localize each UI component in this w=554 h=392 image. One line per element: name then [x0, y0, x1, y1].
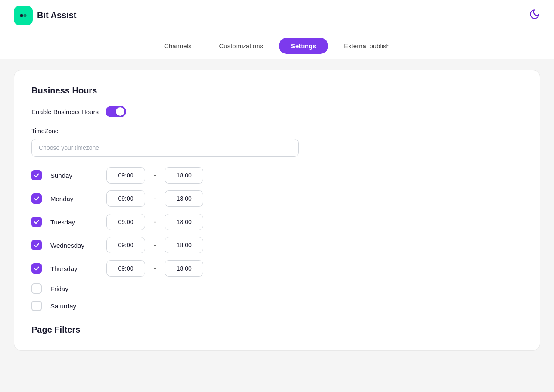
monday-separator: -	[154, 195, 156, 202]
business-hours-title: Business Hours	[31, 86, 523, 96]
checkbox-saturday[interactable]	[31, 301, 42, 311]
toggle-track	[106, 106, 126, 117]
header: Bit Assist	[0, 0, 554, 31]
day-name-sunday: Sunday	[50, 172, 98, 179]
settings-card: Business Hours Enable Business Hours Tim…	[14, 70, 540, 351]
day-row-sunday: Sunday -	[31, 167, 523, 184]
checkbox-friday[interactable]	[31, 283, 42, 294]
app-name: Bit Assist	[37, 10, 77, 20]
day-name-monday: Monday	[50, 195, 98, 202]
monday-end-time[interactable]	[165, 190, 203, 207]
sunday-end-time[interactable]	[165, 167, 203, 184]
monday-start-time[interactable]	[106, 190, 145, 207]
dark-mode-icon[interactable]	[529, 9, 540, 22]
day-name-tuesday: Tuesday	[50, 218, 98, 226]
checkbox-tuesday[interactable]	[31, 217, 42, 227]
day-row-saturday: Saturday	[31, 301, 523, 311]
timezone-input[interactable]	[31, 139, 299, 157]
svg-point-0	[20, 14, 23, 17]
enable-business-hours-label: Enable Business Hours	[31, 108, 99, 115]
wednesday-separator: -	[154, 241, 156, 249]
wednesday-start-time[interactable]	[106, 237, 145, 253]
wednesday-end-time[interactable]	[165, 237, 203, 253]
thursday-end-time[interactable]	[165, 260, 203, 277]
day-name-wednesday: Wednesday	[50, 242, 98, 249]
day-row-wednesday: Wednesday -	[31, 237, 523, 253]
nav-bar: Channels Customizations Settings Externa…	[0, 31, 554, 59]
day-name-friday: Friday	[50, 285, 98, 292]
day-row-tuesday: Tuesday -	[31, 214, 523, 230]
tuesday-end-time[interactable]	[165, 214, 203, 230]
enable-business-hours-row: Enable Business Hours	[31, 106, 523, 117]
logo-icon	[14, 6, 33, 25]
checkbox-wednesday[interactable]	[31, 240, 42, 250]
sunday-separator: -	[154, 171, 156, 179]
logo-area: Bit Assist	[14, 6, 77, 25]
toggle-thumb	[116, 107, 124, 116]
checkbox-monday[interactable]	[31, 193, 42, 204]
tuesday-separator: -	[154, 218, 156, 226]
thursday-separator: -	[154, 264, 156, 272]
checkbox-thursday[interactable]	[31, 263, 42, 274]
tab-channels[interactable]: Channels	[152, 38, 203, 54]
sunday-start-time[interactable]	[106, 167, 145, 184]
tab-external-publish[interactable]: External publish	[332, 38, 402, 54]
svg-point-1	[24, 14, 27, 17]
timezone-label: TimeZone	[31, 128, 523, 134]
thursday-start-time[interactable]	[106, 260, 145, 277]
day-row-thursday: Thursday -	[31, 260, 523, 277]
checkbox-sunday[interactable]	[31, 170, 42, 180]
tuesday-start-time[interactable]	[106, 214, 145, 230]
day-name-saturday: Saturday	[50, 302, 98, 310]
page-filters-title: Page Filters	[31, 325, 523, 335]
day-row-monday: Monday -	[31, 190, 523, 207]
tab-customizations[interactable]: Customizations	[207, 38, 275, 54]
main-content: Business Hours Enable Business Hours Tim…	[0, 59, 554, 361]
day-row-friday: Friday	[31, 283, 523, 294]
tab-settings[interactable]: Settings	[279, 38, 328, 54]
enable-business-hours-toggle[interactable]	[106, 106, 126, 117]
day-name-thursday: Thursday	[50, 265, 98, 272]
